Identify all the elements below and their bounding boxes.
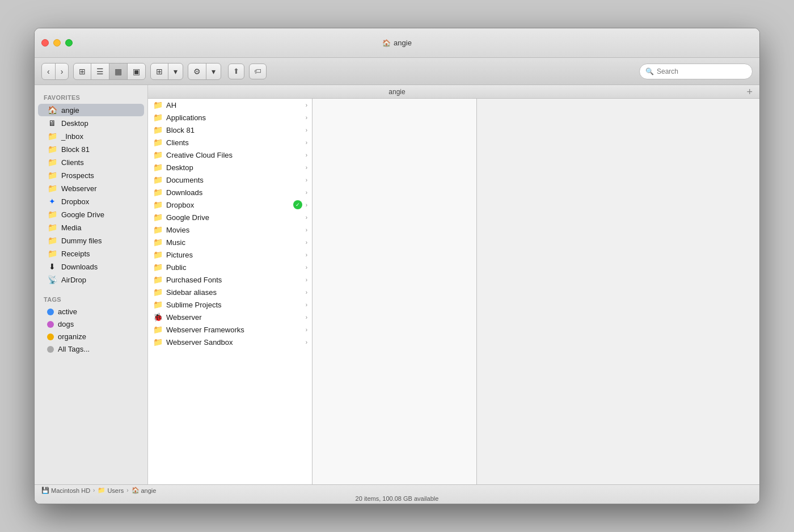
column-item[interactable]: 📁Pictures› bbox=[148, 248, 312, 261]
sidebar-item-desktop[interactable]: 🖥 Desktop bbox=[38, 117, 144, 129]
sidebar-item-webserver[interactable]: 📁 Webserver bbox=[38, 182, 144, 195]
sidebar-item-label: Downloads bbox=[61, 263, 98, 271]
column-item[interactable]: 📁Google Drive› bbox=[148, 211, 312, 223]
item-name: Webserver Sandbox bbox=[166, 338, 302, 347]
favorites-label: Favorites bbox=[35, 90, 147, 103]
folder-icon: 📁 bbox=[153, 213, 163, 222]
sidebar-item-receipts[interactable]: 📁 Receipts bbox=[38, 247, 144, 260]
column-item[interactable]: 📁Documents› bbox=[148, 174, 312, 186]
column-item[interactable]: 📁Sidebar aliases› bbox=[148, 286, 312, 298]
folder-icon: 📁 bbox=[153, 337, 163, 347]
item-name: Creative Cloud Files bbox=[166, 151, 302, 159]
traffic-lights bbox=[41, 39, 73, 47]
sidebar-item-block81[interactable]: 📁 Block 81 bbox=[38, 143, 144, 155]
column-item[interactable]: 📁Webserver Frameworks› bbox=[148, 323, 312, 336]
breadcrumb-hd[interactable]: 💾 Macintosh HD bbox=[41, 487, 90, 494]
airdrop-icon: 📡 bbox=[47, 275, 57, 284]
sidebar-item-clients[interactable]: 📁 Clients bbox=[38, 156, 144, 168]
search-input[interactable] bbox=[657, 67, 746, 75]
item-name: Documents bbox=[166, 176, 302, 184]
sidebar-item-tag-dogs[interactable]: dogs bbox=[38, 318, 144, 330]
action-dropdown-button[interactable]: ▾ bbox=[206, 64, 221, 79]
column-item[interactable]: 📁Sublime Projects› bbox=[148, 298, 312, 311]
sidebar-item-dummyfiles[interactable]: 📁 Dummy files bbox=[38, 234, 144, 247]
breadcrumb-angie[interactable]: 🏠 angie bbox=[132, 487, 157, 494]
folder-icon: 📁 bbox=[47, 158, 57, 167]
column-2 bbox=[312, 99, 477, 484]
tag-button[interactable]: 🏷 bbox=[249, 64, 267, 79]
column-item[interactable]: 📁Desktop› bbox=[148, 161, 312, 174]
column-view-button[interactable]: ▦ bbox=[109, 64, 128, 79]
column-item[interactable]: 📁Applications› bbox=[148, 111, 312, 124]
chevron-icon: › bbox=[306, 115, 307, 121]
back-button[interactable]: ‹ bbox=[42, 64, 56, 79]
cover-flow-button[interactable]: ▣ bbox=[128, 64, 145, 79]
share-button[interactable]: ⬆ bbox=[228, 64, 244, 79]
sidebar-item-media[interactable]: 📁 Media bbox=[38, 221, 144, 234]
chevron-icon: › bbox=[306, 277, 307, 283]
item-name: Block 81 bbox=[166, 126, 302, 134]
forward-button[interactable]: › bbox=[56, 64, 69, 79]
sidebar-item-tag-all[interactable]: All Tags... bbox=[38, 343, 144, 355]
sidebar-item-label: Google Drive bbox=[61, 210, 104, 219]
folder-icon: 📁 bbox=[153, 150, 163, 159]
item-name: Applications bbox=[166, 113, 302, 122]
arrange-dropdown-button[interactable]: ▾ bbox=[168, 64, 183, 79]
chevron-icon: › bbox=[306, 152, 307, 158]
item-name: Webserver Frameworks bbox=[166, 326, 302, 334]
sidebar-item-angie[interactable]: 🏠 angie bbox=[38, 104, 144, 116]
tag-label: organize bbox=[58, 332, 86, 341]
status-bar: 💾 Macintosh HD › 📁 Users › 🏠 angie 20 it… bbox=[35, 484, 759, 504]
column-item[interactable]: 🐞Webserver› bbox=[148, 311, 312, 323]
sidebar-item-inbox[interactable]: 📁 _Inbox bbox=[38, 130, 144, 142]
item-name: Downloads bbox=[166, 188, 302, 197]
column-item[interactable]: 📁Public› bbox=[148, 261, 312, 273]
column-item[interactable]: 📁AH› bbox=[148, 99, 312, 111]
add-button[interactable]: + bbox=[746, 87, 753, 97]
minimize-button[interactable] bbox=[53, 39, 61, 47]
sidebar-item-label: Desktop bbox=[61, 119, 88, 128]
column-header: angie + bbox=[148, 85, 759, 99]
chevron-icon: › bbox=[306, 164, 307, 171]
view-buttons: ⊞ ☰ ▦ ▣ bbox=[73, 63, 146, 80]
column-item[interactable]: 📁Block 81› bbox=[148, 124, 312, 136]
sidebar-item-dropbox[interactable]: ✦ Dropbox bbox=[38, 195, 144, 208]
breadcrumb-label: angie bbox=[141, 487, 157, 494]
chevron-icon: › bbox=[306, 102, 307, 108]
chevron-icon: › bbox=[306, 127, 307, 133]
tag-dot-dogs bbox=[47, 321, 54, 328]
sidebar-item-label: angie bbox=[61, 106, 79, 115]
arrange-button[interactable]: ⊞ bbox=[151, 64, 168, 79]
maximize-button[interactable] bbox=[65, 39, 73, 47]
column-item[interactable]: 📁Movies› bbox=[148, 223, 312, 236]
sidebar-item-googledrive[interactable]: 📁 Google Drive bbox=[38, 208, 144, 221]
sidebar-item-prospects[interactable]: 📁 Prospects bbox=[38, 169, 144, 181]
tag-label: active bbox=[58, 307, 77, 316]
column-item[interactable]: 📁Webserver Sandbox› bbox=[148, 336, 312, 348]
column-item[interactable]: 📁Creative Cloud Files› bbox=[148, 149, 312, 161]
chevron-icon: › bbox=[306, 177, 307, 183]
icon-view-button[interactable]: ⊞ bbox=[74, 64, 91, 79]
column-item[interactable]: 📁Clients› bbox=[148, 136, 312, 149]
column-item[interactable]: 📁Purchased Fonts› bbox=[148, 273, 312, 286]
sidebar-item-downloads[interactable]: ⬇ Downloads bbox=[38, 260, 144, 273]
list-view-button[interactable]: ☰ bbox=[91, 64, 109, 79]
action-button[interactable]: ⚙ bbox=[188, 64, 206, 79]
webserver-icon: 🐞 bbox=[153, 313, 163, 322]
close-button[interactable] bbox=[41, 39, 49, 47]
folder-icon: 📁 bbox=[153, 288, 163, 297]
breadcrumb-users[interactable]: 📁 Users bbox=[98, 487, 124, 494]
tag-label: dogs bbox=[58, 320, 74, 328]
column-item[interactable]: 📁Music› bbox=[148, 236, 312, 248]
sidebar-item-airdrop[interactable]: 📡 AirDrop bbox=[38, 273, 144, 286]
chevron-icon: › bbox=[306, 314, 307, 320]
column-item[interactable]: 📁Dropbox✓› bbox=[148, 199, 312, 211]
item-name: Music bbox=[166, 238, 302, 247]
column-item[interactable]: 📁Downloads› bbox=[148, 186, 312, 199]
sidebar-item-tag-active[interactable]: active bbox=[38, 306, 144, 318]
folder-icon: 📁 bbox=[153, 188, 163, 197]
home-icon: 🏠 bbox=[382, 39, 391, 47]
folder-icon: 📁 bbox=[47, 184, 57, 193]
sidebar-item-tag-organize[interactable]: organize bbox=[38, 331, 144, 343]
sidebar-item-label: _Inbox bbox=[61, 132, 83, 141]
